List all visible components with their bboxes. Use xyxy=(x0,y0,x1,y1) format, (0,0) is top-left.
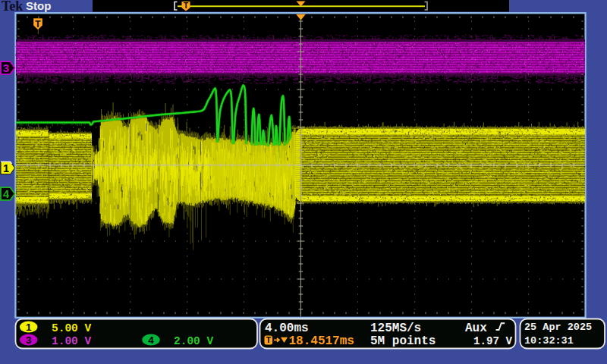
svg-text:4: 4 xyxy=(148,334,154,346)
svg-text:2.00 V: 2.00 V xyxy=(174,335,214,347)
svg-text:125MS/s: 125MS/s xyxy=(370,322,421,335)
svg-text:18.4517ms: 18.4517ms xyxy=(289,334,354,348)
svg-text:Stop: Stop xyxy=(26,0,51,12)
svg-text:T: T xyxy=(35,19,41,30)
svg-text:4.00ms: 4.00ms xyxy=(265,322,309,335)
svg-text:4: 4 xyxy=(3,188,9,200)
svg-text:25 Apr 2025: 25 Apr 2025 xyxy=(524,322,592,333)
svg-text:T: T xyxy=(184,2,188,10)
svg-text:5M points: 5M points xyxy=(370,334,436,348)
svg-text:1: 1 xyxy=(26,322,32,333)
svg-text:Tek: Tek xyxy=(2,0,23,14)
svg-text:3: 3 xyxy=(26,334,32,346)
svg-text:1: 1 xyxy=(3,162,9,174)
svg-text:1.97 V: 1.97 V xyxy=(473,335,513,347)
svg-text:3: 3 xyxy=(3,62,9,74)
svg-text:1.00 V: 1.00 V xyxy=(52,335,92,347)
svg-text:Aux: Aux xyxy=(465,322,487,335)
svg-text:T: T xyxy=(266,335,271,344)
svg-text:10:32:31: 10:32:31 xyxy=(524,335,574,347)
svg-text:5.00 V: 5.00 V xyxy=(52,322,92,334)
